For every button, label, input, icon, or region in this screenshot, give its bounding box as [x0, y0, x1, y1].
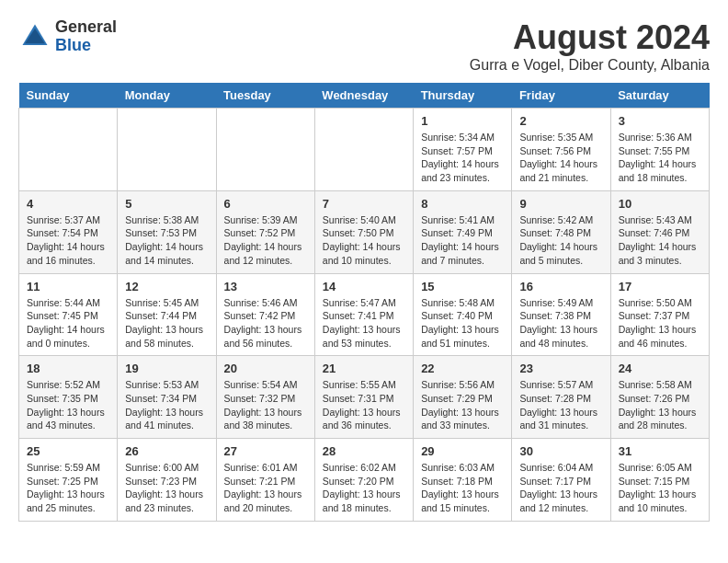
day-info: Sunrise: 6:01 AM Sunset: 7:21 PM Dayligh… [224, 461, 307, 515]
calendar-cell [216, 109, 314, 191]
calendar-cell: 31Sunrise: 6:05 AM Sunset: 7:15 PM Dayli… [610, 439, 709, 522]
day-number: 26 [125, 444, 208, 458]
week-row-4: 18Sunrise: 5:52 AM Sunset: 7:35 PM Dayli… [19, 356, 710, 439]
day-info: Sunrise: 5:54 AM Sunset: 7:32 PM Dayligh… [224, 378, 307, 432]
calendar-cell: 9Sunrise: 5:42 AM Sunset: 7:48 PM Daylig… [512, 190, 610, 273]
logo-line2: Blue [55, 37, 117, 55]
week-row-2: 4Sunrise: 5:37 AM Sunset: 7:54 PM Daylig… [19, 190, 710, 273]
day-number: 24 [619, 362, 701, 375]
day-number: 9 [519, 197, 602, 211]
day-number: 3 [619, 114, 701, 128]
page-container: General Blue August 2024 Gurra e Vogel, … [18, 18, 710, 522]
day-info: Sunrise: 6:05 AM Sunset: 7:15 PM Dayligh… [619, 461, 701, 515]
calendar-cell: 27Sunrise: 6:01 AM Sunset: 7:21 PM Dayli… [216, 439, 314, 522]
calendar-table: SundayMondayTuesdayWednesdayThursdayFrid… [18, 83, 710, 522]
calendar-cell: 22Sunrise: 5:56 AM Sunset: 7:29 PM Dayli… [414, 356, 512, 439]
day-number: 25 [27, 444, 109, 458]
calendar-cell: 20Sunrise: 5:54 AM Sunset: 7:32 PM Dayli… [216, 356, 314, 439]
calendar-cell: 11Sunrise: 5:44 AM Sunset: 7:45 PM Dayli… [19, 273, 118, 356]
calendar-cell: 2Sunrise: 5:35 AM Sunset: 7:56 PM Daylig… [512, 109, 610, 191]
day-number: 30 [519, 444, 602, 458]
day-info: Sunrise: 5:38 AM Sunset: 7:53 PM Dayligh… [125, 213, 208, 268]
day-info: Sunrise: 5:46 AM Sunset: 7:42 PM Dayligh… [224, 296, 307, 350]
day-number: 1 [421, 114, 504, 128]
day-info: Sunrise: 5:55 AM Sunset: 7:31 PM Dayligh… [323, 378, 405, 432]
title-section: August 2024 Gurra e Vogel, Diber County,… [470, 18, 710, 74]
day-info: Sunrise: 5:40 AM Sunset: 7:50 PM Dayligh… [323, 213, 405, 268]
day-info: Sunrise: 5:48 AM Sunset: 7:40 PM Dayligh… [421, 296, 504, 350]
day-number: 2 [519, 114, 602, 128]
header: General Blue August 2024 Gurra e Vogel, … [18, 18, 710, 74]
day-header-tuesday: Tuesday [216, 83, 314, 109]
day-number: 7 [323, 197, 405, 211]
logo: General Blue [18, 18, 117, 55]
day-info: Sunrise: 6:00 AM Sunset: 7:23 PM Dayligh… [125, 461, 208, 515]
calendar-cell: 7Sunrise: 5:40 AM Sunset: 7:50 PM Daylig… [314, 190, 413, 273]
day-number: 20 [224, 362, 307, 375]
day-info: Sunrise: 5:42 AM Sunset: 7:48 PM Dayligh… [519, 213, 602, 268]
day-header-friday: Friday [512, 83, 610, 109]
header-row: SundayMondayTuesdayWednesdayThursdayFrid… [19, 83, 710, 109]
day-number: 23 [519, 362, 602, 375]
day-info: Sunrise: 5:39 AM Sunset: 7:52 PM Dayligh… [224, 213, 307, 268]
day-info: Sunrise: 5:56 AM Sunset: 7:29 PM Dayligh… [421, 378, 504, 432]
calendar-cell: 28Sunrise: 6:02 AM Sunset: 7:20 PM Dayli… [314, 439, 413, 522]
day-number: 31 [619, 444, 701, 458]
day-header-saturday: Saturday [610, 83, 709, 109]
month-title: August 2024 [470, 18, 710, 57]
day-number: 5 [125, 197, 208, 211]
day-info: Sunrise: 5:37 AM Sunset: 7:54 PM Dayligh… [27, 213, 109, 268]
calendar-cell: 6Sunrise: 5:39 AM Sunset: 7:52 PM Daylig… [216, 190, 314, 273]
location-title: Gurra e Vogel, Diber County, Albania [470, 57, 710, 74]
day-number: 16 [519, 280, 602, 293]
day-number: 13 [224, 280, 307, 293]
day-header-sunday: Sunday [19, 83, 118, 109]
day-number: 14 [323, 280, 405, 293]
calendar-cell: 3Sunrise: 5:36 AM Sunset: 7:55 PM Daylig… [610, 109, 709, 191]
day-number: 29 [421, 444, 504, 458]
day-number: 4 [27, 197, 109, 211]
calendar-cell: 24Sunrise: 5:58 AM Sunset: 7:26 PM Dayli… [610, 356, 709, 439]
calendar-cell [314, 109, 413, 191]
calendar-cell: 23Sunrise: 5:57 AM Sunset: 7:28 PM Dayli… [512, 356, 610, 439]
logo-icon [18, 20, 51, 53]
logo-line1: General [55, 18, 117, 37]
calendar-cell [19, 109, 118, 191]
calendar-cell: 8Sunrise: 5:41 AM Sunset: 7:49 PM Daylig… [414, 190, 512, 273]
calendar-cell: 21Sunrise: 5:55 AM Sunset: 7:31 PM Dayli… [314, 356, 413, 439]
calendar-cell: 17Sunrise: 5:50 AM Sunset: 7:37 PM Dayli… [610, 273, 709, 356]
day-number: 27 [224, 444, 307, 458]
calendar-cell: 29Sunrise: 6:03 AM Sunset: 7:18 PM Dayli… [414, 439, 512, 522]
day-number: 19 [125, 362, 208, 375]
day-info: Sunrise: 6:04 AM Sunset: 7:17 PM Dayligh… [519, 461, 602, 515]
calendar-cell: 25Sunrise: 5:59 AM Sunset: 7:25 PM Dayli… [19, 439, 118, 522]
day-info: Sunrise: 5:57 AM Sunset: 7:28 PM Dayligh… [519, 378, 602, 432]
calendar-cell: 5Sunrise: 5:38 AM Sunset: 7:53 PM Daylig… [118, 190, 216, 273]
day-info: Sunrise: 5:35 AM Sunset: 7:56 PM Dayligh… [519, 131, 602, 185]
day-info: Sunrise: 5:59 AM Sunset: 7:25 PM Dayligh… [27, 461, 109, 515]
day-info: Sunrise: 5:53 AM Sunset: 7:34 PM Dayligh… [125, 378, 208, 432]
day-info: Sunrise: 5:43 AM Sunset: 7:46 PM Dayligh… [619, 213, 701, 268]
day-info: Sunrise: 5:41 AM Sunset: 7:49 PM Dayligh… [421, 213, 504, 268]
day-info: Sunrise: 5:49 AM Sunset: 7:38 PM Dayligh… [519, 296, 602, 350]
day-number: 21 [323, 362, 405, 375]
day-info: Sunrise: 5:34 AM Sunset: 7:57 PM Dayligh… [421, 131, 504, 185]
day-number: 15 [421, 280, 504, 293]
day-info: Sunrise: 6:02 AM Sunset: 7:20 PM Dayligh… [323, 461, 405, 515]
logo-text: General Blue [55, 18, 117, 55]
calendar-cell: 4Sunrise: 5:37 AM Sunset: 7:54 PM Daylig… [19, 190, 118, 273]
calendar-cell: 14Sunrise: 5:47 AM Sunset: 7:41 PM Dayli… [314, 273, 413, 356]
calendar-cell: 10Sunrise: 5:43 AM Sunset: 7:46 PM Dayli… [610, 190, 709, 273]
calendar-cell: 1Sunrise: 5:34 AM Sunset: 7:57 PM Daylig… [414, 109, 512, 191]
day-number: 6 [224, 197, 307, 211]
calendar-cell: 13Sunrise: 5:46 AM Sunset: 7:42 PM Dayli… [216, 273, 314, 356]
day-header-monday: Monday [118, 83, 216, 109]
day-number: 11 [27, 280, 109, 293]
day-info: Sunrise: 6:03 AM Sunset: 7:18 PM Dayligh… [421, 461, 504, 515]
day-info: Sunrise: 5:58 AM Sunset: 7:26 PM Dayligh… [619, 378, 701, 432]
calendar-cell: 30Sunrise: 6:04 AM Sunset: 7:17 PM Dayli… [512, 439, 610, 522]
calendar-cell: 15Sunrise: 5:48 AM Sunset: 7:40 PM Dayli… [414, 273, 512, 356]
day-header-thursday: Thursday [414, 83, 512, 109]
calendar-cell: 26Sunrise: 6:00 AM Sunset: 7:23 PM Dayli… [118, 439, 216, 522]
calendar-cell [118, 109, 216, 191]
